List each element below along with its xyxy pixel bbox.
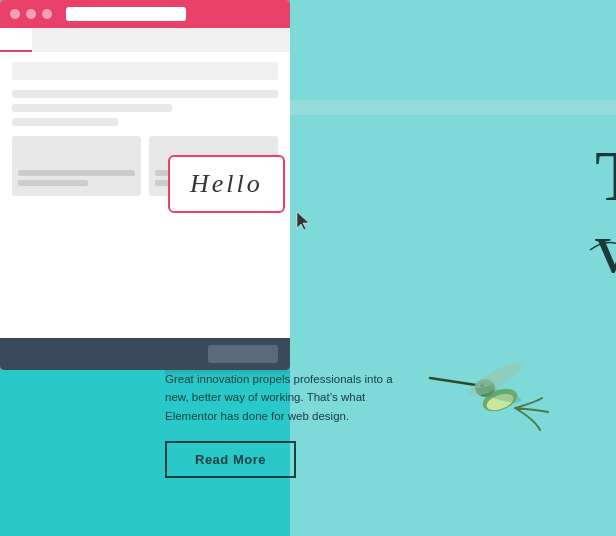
body-text: Great innovation propels professionals i…: [165, 370, 415, 425]
svg-line-6: [430, 378, 476, 385]
mini-card-line-1: [18, 170, 135, 176]
browser-tab-2[interactable]: [32, 28, 64, 52]
read-more-button[interactable]: Read More: [165, 441, 296, 478]
browser-dot-1: [10, 9, 20, 19]
browser-url-bar: [66, 7, 186, 21]
browser-tab-1[interactable]: [0, 28, 32, 52]
browser-titlebar: [0, 0, 290, 28]
browser-tabs: [0, 28, 290, 52]
browser-line-2: [12, 104, 172, 112]
mini-card-1: [12, 136, 141, 196]
cursor-pointer: [295, 210, 315, 239]
browser-line-1: [12, 90, 278, 98]
browser-dot-2: [26, 9, 36, 19]
content-area: Great innovation propels professionals i…: [165, 370, 415, 478]
vine-decoration: [580, 230, 616, 270]
browser-bottom-bar: [0, 338, 290, 370]
browser-tab-3[interactable]: [64, 28, 96, 52]
browser-line-3: [12, 118, 118, 126]
left-bottom-teal: [0, 370, 165, 536]
svg-point-10: [472, 358, 528, 393]
website-top-bar: [290, 100, 616, 115]
browser-search-bar: [12, 62, 278, 80]
hello-text: Hello: [190, 169, 263, 199]
browser-dot-3: [42, 9, 52, 19]
hummingbird-image: [400, 290, 600, 490]
hello-widget: Hello: [168, 155, 285, 213]
mini-card-line-2: [18, 180, 88, 186]
browser-bottom-button[interactable]: [208, 345, 278, 363]
